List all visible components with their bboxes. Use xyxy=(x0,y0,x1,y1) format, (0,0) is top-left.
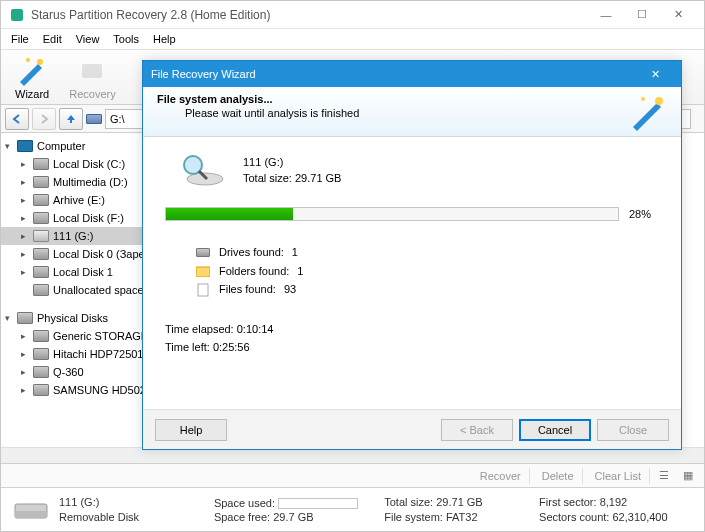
menu-view[interactable]: View xyxy=(70,31,106,47)
view-list-icon[interactable]: ☰ xyxy=(654,467,674,485)
recovery-label: Recovery xyxy=(69,88,115,100)
menu-edit[interactable]: Edit xyxy=(37,31,68,47)
wizard-icon xyxy=(16,54,48,86)
drive-icon xyxy=(86,114,102,124)
physical-disk-icon xyxy=(17,312,33,324)
disk-icon xyxy=(33,248,49,260)
svg-point-10 xyxy=(641,97,645,101)
svg-rect-4 xyxy=(82,64,102,78)
space-usage-bar xyxy=(278,498,358,509)
menubar: File Edit View Tools Help xyxy=(1,29,704,49)
dialog-title: File Recovery Wizard xyxy=(151,68,637,80)
close-dialog-button: Close xyxy=(597,419,669,441)
titlebar: Starus Partition Recovery 2.8 (Home Edit… xyxy=(1,1,704,29)
drive-small-icon xyxy=(195,245,211,259)
dialog-titlebar: File Recovery Wizard ✕ xyxy=(143,61,681,87)
svg-point-2 xyxy=(37,59,43,65)
delete-action[interactable]: Delete xyxy=(534,468,583,484)
footer-space-used: Space used: xyxy=(214,496,384,509)
menu-tools[interactable]: Tools xyxy=(107,31,145,47)
svg-rect-15 xyxy=(198,284,208,296)
footer-sectors: Sectors count: 62,310,400 xyxy=(539,511,694,523)
disk-icon xyxy=(33,384,49,396)
stat-drives: Drives found: 1 xyxy=(195,243,659,262)
folder-icon xyxy=(195,264,211,278)
back-button: < Back xyxy=(441,419,513,441)
progress-bar xyxy=(165,207,619,221)
disk-icon xyxy=(33,348,49,360)
footer-name: 111 (G:) xyxy=(59,496,214,509)
disk-icon xyxy=(33,212,49,224)
stat-folders: Folders found: 1 xyxy=(195,262,659,281)
wizard-label: Wizard xyxy=(15,88,49,100)
nav-back-button[interactable] xyxy=(5,108,29,130)
cancel-button[interactable]: Cancel xyxy=(519,419,591,441)
close-button[interactable]: ✕ xyxy=(660,5,696,25)
time-elapsed: Time elapsed: 0:10:14 xyxy=(165,321,659,339)
stat-files: Files found: 93 xyxy=(195,280,659,299)
disk-icon xyxy=(33,366,49,378)
view-grid-icon[interactable]: ▦ xyxy=(678,467,698,485)
usb-disk-icon xyxy=(33,230,49,242)
disk-icon xyxy=(33,194,49,206)
computer-icon xyxy=(17,140,33,152)
footer-drive-icon xyxy=(11,494,51,526)
recover-action[interactable]: Recover xyxy=(472,468,530,484)
nav-forward-button[interactable] xyxy=(32,108,56,130)
progress-percent: 28% xyxy=(629,208,659,220)
file-icon xyxy=(195,283,211,297)
time-left: Time left: 0:25:56 xyxy=(165,339,659,357)
magnify-disk-icon xyxy=(175,149,227,191)
svg-point-9 xyxy=(655,97,663,105)
disk-icon xyxy=(33,266,49,278)
maximize-button[interactable]: ☐ xyxy=(624,5,660,25)
dialog-disk-size: Total size: 29.71 GB xyxy=(243,170,341,187)
dialog-heading: File system analysis... xyxy=(157,93,667,105)
svg-rect-7 xyxy=(15,511,47,518)
menu-file[interactable]: File xyxy=(5,31,35,47)
nav-up-button[interactable] xyxy=(59,108,83,130)
footer-first-sector: First sector: 8,192 xyxy=(539,496,694,509)
disk-icon xyxy=(33,158,49,170)
footer-info: 111 (G:) Space used: Total size: 29.71 G… xyxy=(1,487,704,531)
recovery-wizard-dialog: File Recovery Wizard ✕ File system analy… xyxy=(142,60,682,450)
clear-list-action[interactable]: Clear List xyxy=(587,468,650,484)
dialog-close-button[interactable]: ✕ xyxy=(637,63,673,85)
disk-icon xyxy=(33,176,49,188)
footer-space-free: Space free: 29.7 GB xyxy=(214,511,384,523)
svg-rect-14 xyxy=(196,267,210,277)
footer-total-size: Total size: 29.71 GB xyxy=(384,496,539,509)
recovery-icon xyxy=(76,54,108,86)
svg-marker-1 xyxy=(20,64,42,86)
dialog-disk-name: 111 (G:) xyxy=(243,154,341,171)
disk-icon xyxy=(33,284,49,296)
dialog-body: 111 (G:) Total size: 29.71 GB 28% Drives… xyxy=(143,137,681,409)
footer-type: Removable Disk xyxy=(59,511,214,523)
actionbar: Recover Delete Clear List ☰ ▦ xyxy=(1,463,704,487)
magic-wand-icon xyxy=(627,91,671,133)
recovery-button: Recovery xyxy=(61,52,123,102)
menu-help[interactable]: Help xyxy=(147,31,182,47)
svg-point-3 xyxy=(26,58,30,62)
help-button[interactable]: Help xyxy=(155,419,227,441)
svg-marker-8 xyxy=(633,103,661,131)
dialog-footer: Help < Back Cancel Close xyxy=(143,409,681,449)
window-title: Starus Partition Recovery 2.8 (Home Edit… xyxy=(31,8,588,22)
app-icon xyxy=(9,7,25,23)
svg-rect-0 xyxy=(11,9,23,21)
svg-rect-5 xyxy=(70,119,72,123)
dialog-header: File system analysis... Please wait unti… xyxy=(143,87,681,137)
progress-fill xyxy=(166,208,293,220)
footer-fs: File system: FAT32 xyxy=(384,511,539,523)
wizard-button[interactable]: Wizard xyxy=(7,52,57,102)
minimize-button[interactable]: — xyxy=(588,5,624,25)
disk-icon xyxy=(33,330,49,342)
dialog-subheading: Please wait until analysis is finished xyxy=(157,107,667,119)
